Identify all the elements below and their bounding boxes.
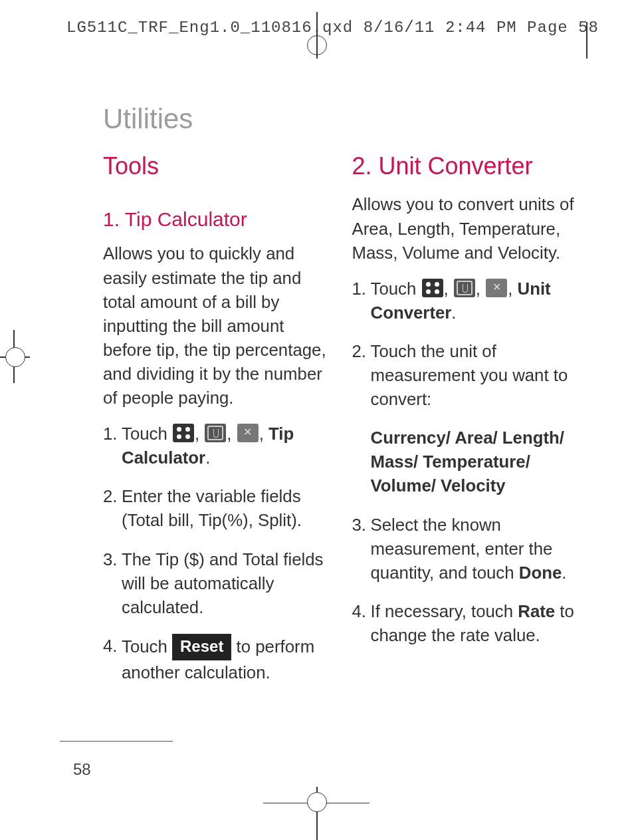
step-number: 1.	[103, 422, 122, 470]
step-number: 3.	[103, 547, 122, 619]
icon-separator: ,	[195, 424, 204, 443]
right-column: 2. Unit Converter Allows you to convert …	[352, 150, 581, 699]
icon-separator: ,	[476, 279, 485, 298]
tools-icon	[454, 279, 475, 297]
unit-step-3: 3. Select the known measurement, enter t…	[352, 513, 581, 585]
step-body: Touch , , , Unit Converter.	[371, 277, 581, 325]
step-body: If necessary, touch Rate to change the r…	[371, 599, 581, 647]
step-text: Touch	[122, 637, 172, 656]
crop-mark-bottom	[316, 787, 318, 840]
step-body: Enter the variable fields (Total bill, T…	[122, 484, 332, 532]
subheading-unit-converter: 2. Unit Converter	[352, 150, 581, 183]
section-heading-tools: Tools	[103, 150, 332, 183]
step-text: .	[562, 563, 566, 582]
page: LG511C_TRF_Eng1.0_110816.qxd 8/16/11 2:4…	[0, 0, 634, 840]
unit-step-1: 1. Touch , , , Unit Converter.	[352, 277, 581, 325]
apps-icon	[422, 279, 443, 297]
step-text: Touch	[122, 424, 172, 443]
apps-icon	[173, 424, 194, 442]
icon-separator: ,	[227, 424, 236, 443]
subheading-tip-calculator: 1. Tip Calculator	[103, 206, 332, 233]
period: .	[205, 448, 210, 467]
page-title: Utilities	[103, 103, 193, 135]
step-number: 4.	[103, 634, 122, 684]
unit-types: Currency/ Area/ Length/ Mass/ Temperatur…	[371, 428, 564, 495]
step-number: 3.	[352, 513, 371, 585]
step-body: Touch Reset to perform another calculati…	[122, 634, 332, 684]
step-number: 1.	[352, 277, 371, 325]
content-columns: Tools 1. Tip Calculator Allows you to qu…	[103, 150, 581, 699]
utilities-icon	[486, 279, 507, 297]
period: .	[451, 303, 456, 322]
unit-intro: Allows you to convert units of Area, Len…	[352, 192, 581, 264]
utilities-icon	[237, 424, 259, 442]
step-number: 4.	[352, 599, 371, 647]
icon-separator: ,	[444, 279, 453, 298]
step-body: Touch the unit of measurement you want t…	[371, 339, 581, 411]
unit-types-list: Currency/ Area/ Length/ Mass/ Temperatur…	[371, 426, 581, 497]
step-text: If necessary, touch	[371, 602, 518, 621]
page-number: 58	[73, 760, 91, 779]
tip-step-1: 1. Touch , , , Tip Calculator.	[103, 422, 332, 470]
left-column: Tools 1. Tip Calculator Allows you to qu…	[103, 150, 332, 699]
qxd-header: LG511C_TRF_Eng1.0_110816.qxd 8/16/11 2:4…	[66, 19, 599, 37]
footer-rule	[60, 741, 173, 742]
step-body: Touch , , , Tip Calculator.	[122, 422, 332, 470]
step-number: 2.	[352, 339, 371, 411]
tip-step-3: 3. The Tip ($) and Total fields will be …	[103, 547, 332, 619]
step-text: Touch	[371, 279, 421, 298]
icon-separator: ,	[508, 279, 517, 298]
step-body: Select the known measurement, enter the …	[371, 513, 581, 585]
step-number: 2.	[103, 484, 122, 532]
tip-step-2: 2. Enter the variable fields (Total bill…	[103, 484, 332, 532]
step-body: The Tip ($) and Total fields will be aut…	[122, 547, 332, 619]
icon-separator: ,	[259, 424, 268, 443]
tip-intro: Allows you to quickly and easily estimat…	[103, 241, 332, 410]
reset-button[interactable]: Reset	[172, 634, 231, 660]
crop-mark-left	[0, 356, 30, 358]
rate-label: Rate	[518, 602, 555, 621]
tools-icon	[205, 424, 226, 442]
unit-step-4: 4. If necessary, touch Rate to change th…	[352, 599, 581, 647]
done-label: Done	[519, 563, 562, 582]
tip-step-4: 4. Touch Reset to perform another calcul…	[103, 634, 332, 684]
unit-step-2: 2. Touch the unit of measurement you wan…	[352, 339, 581, 411]
